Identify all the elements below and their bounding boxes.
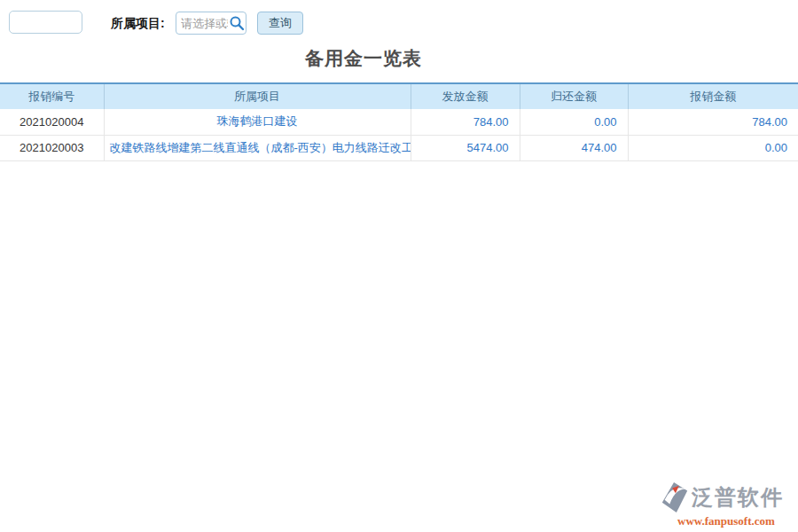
keyword-input[interactable]	[9, 11, 82, 34]
fanpu-logo-icon	[660, 481, 690, 513]
issued-amount: 5474.00	[411, 135, 520, 160]
expense-id: 2021020003	[0, 135, 104, 160]
reimbursed-amount: 784.00	[628, 109, 798, 135]
page-title: 备用金一览表	[0, 46, 727, 71]
petty-cash-table: 报销编号 所属项目 发放金额 归还金额 报销金额 2021020004 珠海鹤港…	[0, 82, 798, 161]
project-filter-label: 所属项目:	[111, 16, 165, 32]
vendor-name: 泛普软件	[692, 487, 784, 508]
toolbar: 所属项目: 查询	[0, 0, 798, 43]
expense-id: 2021020004	[0, 109, 104, 135]
project-link[interactable]: 珠海鹤港口建设	[104, 109, 411, 135]
returned-amount: 0.00	[520, 109, 628, 135]
table-row: 2021020003 改建铁路线增建第二线直通线（成都-西安）电力线路迁改工程 …	[0, 135, 798, 160]
vendor-logo: 泛普软件 www.fanpusoft.com	[660, 481, 793, 528]
col-header-project: 所属项目	[104, 83, 411, 109]
project-select[interactable]	[176, 12, 246, 35]
table-header-row: 报销编号 所属项目 发放金额 归还金额 报销金额	[0, 83, 798, 109]
project-link[interactable]: 改建铁路线增建第二线直通线（成都-西安）电力线路迁改工程	[104, 135, 411, 160]
project-select-input[interactable]	[176, 13, 228, 33]
col-header-returned-amount: 归还金额	[520, 83, 628, 109]
issued-amount: 784.00	[411, 109, 520, 135]
search-icon[interactable]	[228, 14, 246, 32]
reimbursed-amount: 0.00	[628, 135, 798, 160]
col-header-expense-id: 报销编号	[0, 83, 104, 109]
query-button[interactable]: 查询	[257, 12, 303, 35]
col-header-issued-amount: 发放金额	[411, 83, 520, 109]
table-row: 2021020004 珠海鹤港口建设 784.00 0.00 784.00	[0, 109, 798, 135]
returned-amount: 474.00	[520, 135, 628, 160]
vendor-website[interactable]: www.fanpusoft.com	[660, 514, 793, 528]
col-header-reimbursed-amount: 报销金额	[628, 83, 798, 109]
